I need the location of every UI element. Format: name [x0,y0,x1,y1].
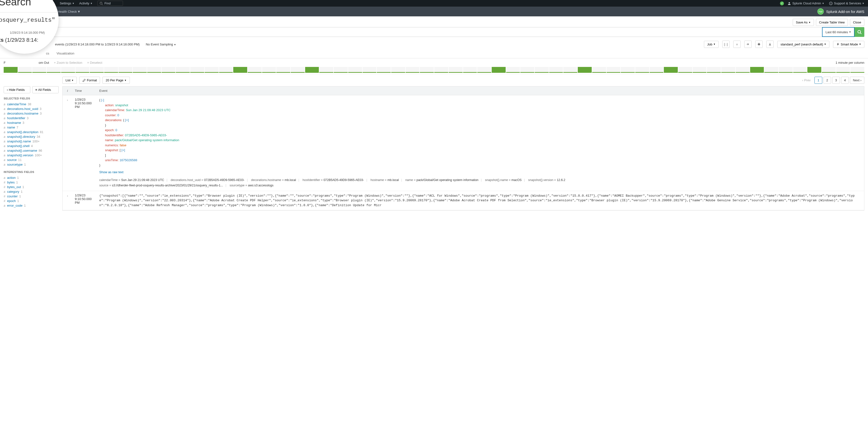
event-content[interactable]: {"snapshot":[{"name":"","source":"ie_ext… [97,194,864,208]
close-button[interactable]: Close [850,19,864,26]
field-item[interactable]: asnapshot{}.shell4 [4,144,59,148]
page-1[interactable]: 1 [814,77,822,84]
timeline-bar[interactable] [836,67,850,73]
list-dropdown[interactable]: List▼ [62,77,77,84]
timeline-bar[interactable] [764,67,778,73]
page-4[interactable]: 4 [841,77,849,84]
event-content[interactable]: { [-] action: snapshot calendarTime: Sun… [97,98,864,188]
timeline-bar[interactable] [822,67,836,73]
field-item[interactable]: asource11 [4,158,59,162]
timeline-bar[interactable] [363,67,376,73]
page-2[interactable]: 2 [824,77,831,84]
timeline-bar[interactable] [807,67,821,73]
timeline-bar[interactable] [61,67,75,73]
expand-event[interactable]: › [63,194,72,208]
share-button[interactable] [744,40,752,48]
timeline-chart[interactable] [0,67,868,74]
nav-settings[interactable]: Settings▼ [60,1,74,5]
timeline-bar[interactable] [750,67,764,73]
timeline-bar[interactable] [420,67,434,73]
print-button[interactable] [755,40,763,48]
field-item[interactable]: aname7 [4,125,59,130]
timeline-bar[interactable] [850,67,864,73]
timeline-bar[interactable] [47,67,61,73]
search-input[interactable] [4,27,822,37]
nav-support[interactable]: ? Support & Services▼ [829,1,864,5]
timeline-bar[interactable] [190,67,204,73]
timeline-bar[interactable] [262,67,276,73]
timeline-bar[interactable] [736,67,750,73]
timeline-bar[interactable] [650,67,663,73]
timeline-bar[interactable] [133,67,147,73]
format-timeline[interactable]: F [4,61,6,65]
timeline-bar[interactable] [793,67,807,73]
timeline-bar[interactable] [176,67,190,73]
timeline-bar[interactable] [147,67,161,73]
field-item[interactable]: ahostname3 [4,121,59,125]
timeline-bar[interactable] [391,67,405,73]
field-item[interactable]: #bytes_out1 [4,185,59,189]
next-page[interactable]: Next › [850,77,864,84]
timeline-bar[interactable] [535,67,549,73]
col-header-event[interactable]: Event [97,87,864,95]
timeline-bar[interactable] [607,67,621,73]
timeline-bar[interactable] [721,67,735,73]
timeline-bar[interactable] [319,67,333,73]
field-item[interactable]: adecorations.hostname3 [4,111,59,116]
nav-user[interactable]: Splunk Cloud Admin▼ [787,1,824,5]
timeline-bar[interactable] [162,67,176,73]
timeline-bar[interactable] [334,67,348,73]
time-range-picker[interactable]: Last 60 minutes▼ [822,27,855,37]
field-item[interactable]: aerror_code1 [4,203,59,208]
field-item[interactable]: #bytes1 [4,180,59,185]
field-item[interactable]: asnapshot{}.description81 [4,130,59,134]
timeline-bar[interactable] [678,67,692,73]
timeline-bar[interactable] [291,67,305,73]
timeline-bar[interactable] [434,67,448,73]
expand-event[interactable]: › [63,98,72,188]
tab-visualization[interactable]: Visualization [53,49,78,58]
field-item[interactable]: #epoch1 [4,199,59,203]
timeline-bar[interactable] [305,67,319,73]
event-sampling-dropdown[interactable]: No Event Sampling ▼ [146,42,176,46]
subnav-health[interactable]: Health Check▼ [58,10,81,13]
timeline-bar[interactable] [578,67,592,73]
timeline-bar[interactable] [506,67,520,73]
deselect[interactable]: × Deselect [87,61,102,65]
timeline-bar[interactable] [219,67,233,73]
zoom-out[interactable]: om Out [39,61,49,65]
field-item[interactable]: ahostIdentifier3 [4,116,59,121]
timeline-bar[interactable] [592,67,606,73]
col-header-info[interactable]: i [63,87,72,95]
field-item[interactable]: asnapshot{}.version100+ [4,153,59,158]
all-fields-button[interactable]: ≡ All Fields [32,86,59,93]
show-raw-text[interactable]: Show as raw text [99,170,123,175]
zoom-to-selection[interactable]: + Zoom to Selection [54,61,83,65]
search-button[interactable] [855,27,864,37]
timeline-bar[interactable] [549,67,563,73]
tab-statistics[interactable]: cs [42,49,53,58]
timeline-bar[interactable] [248,67,261,73]
expand-snapshot[interactable]: [+] [122,148,125,152]
find-input[interactable]: Find [97,1,123,6]
save-as-button[interactable]: Save As▼ [793,19,814,26]
timeline-bar[interactable] [4,67,18,73]
timeline-bar[interactable] [119,67,132,73]
timeline-bar[interactable] [463,67,477,73]
timeline-bar[interactable] [621,67,635,73]
timeline-bar[interactable] [449,67,463,73]
page-3[interactable]: 3 [832,77,840,84]
field-item[interactable]: aaction1 [4,175,59,180]
timeline-bar[interactable] [693,67,707,73]
field-item[interactable]: asnapshot{}.name100+ [4,139,59,144]
hide-fields-button[interactable]: ‹ Hide Fields [4,86,30,93]
health-check-icon[interactable]: ✓ [780,1,784,5]
timeline-bar[interactable] [492,67,506,73]
collapse-json[interactable]: [-] [101,98,104,102]
timeline-bar[interactable] [406,67,420,73]
timeline-bar[interactable] [205,67,219,73]
timeline-bar[interactable] [18,67,32,73]
nav-activity[interactable]: Activity▼ [79,1,92,5]
field-item[interactable]: acalendarTime38 [4,102,59,106]
field-item[interactable]: asnapshot{}.username86 [4,148,59,153]
